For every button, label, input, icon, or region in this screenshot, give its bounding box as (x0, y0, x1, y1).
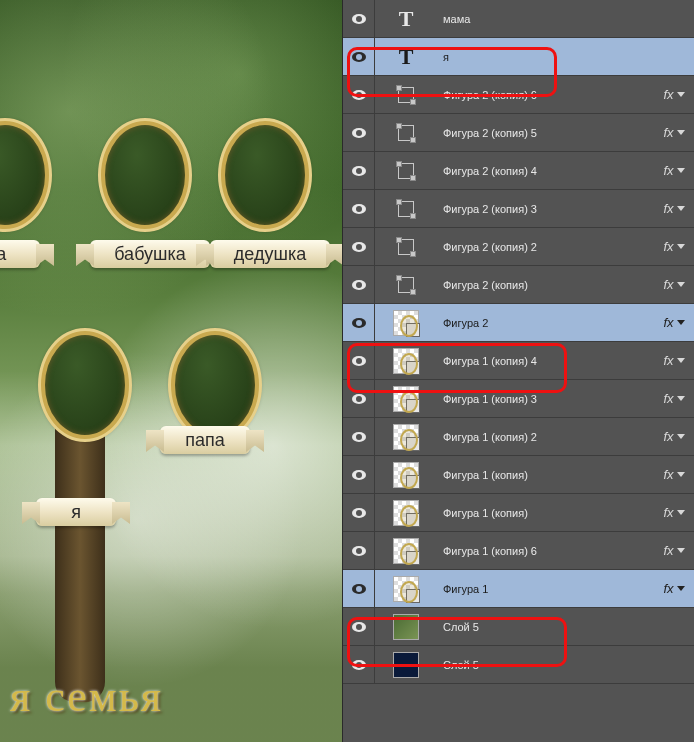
layer-row[interactable]: Фигура 2 (копия) 2fx (343, 228, 694, 266)
layer-thumbnail[interactable] (375, 190, 437, 227)
layer-row[interactable]: Фигура 2 (копия) 3fx (343, 190, 694, 228)
visibility-toggle[interactable] (343, 152, 375, 189)
layer-row[interactable]: Фигура 2 (копия) 5fx (343, 114, 694, 152)
layer-effects-toggle[interactable]: fx (654, 570, 694, 607)
layer-effects-toggle[interactable]: fx (654, 114, 694, 151)
layer-effects-toggle[interactable]: fx (654, 342, 694, 379)
layer-thumbnail[interactable] (375, 532, 437, 569)
layer-effects-toggle[interactable]: fx (654, 418, 694, 455)
layer-row[interactable]: Фигура 1 (копия) 4fx (343, 342, 694, 380)
layer-name[interactable]: Фигура 1 (копия) (437, 507, 654, 519)
layer-row[interactable]: Фигура 1 (копия) 3fx (343, 380, 694, 418)
layer-name[interactable]: Фигура 2 (копия) (437, 279, 654, 291)
visibility-toggle[interactable] (343, 456, 375, 493)
layers-panel[interactable]: TмамаTяФигура 2 (копия) 6fxФигура 2 (коп… (342, 0, 694, 742)
layer-effects-toggle[interactable]: fx (654, 456, 694, 493)
layer-thumbnail[interactable] (375, 76, 437, 113)
layer-name[interactable]: Фигура 2 (копия) 5 (437, 127, 654, 139)
layer-effects-toggle[interactable]: fx (654, 76, 694, 113)
shape-thumbnail-icon (393, 310, 419, 336)
eye-icon (352, 242, 366, 252)
visibility-toggle[interactable] (343, 0, 375, 37)
visibility-toggle[interactable] (343, 266, 375, 303)
layer-row[interactable]: Фигура 2 (копия) 6fx (343, 76, 694, 114)
layer-row[interactable]: Tмама (343, 0, 694, 38)
layer-name[interactable]: Фигура 1 (копия) 4 (437, 355, 654, 367)
visibility-toggle[interactable] (343, 380, 375, 417)
layer-thumbnail[interactable] (375, 266, 437, 303)
visibility-toggle[interactable] (343, 646, 375, 683)
visibility-toggle[interactable] (343, 76, 375, 113)
layer-thumbnail[interactable] (375, 608, 437, 645)
layer-name[interactable]: Фигура 2 (копия) 2 (437, 241, 654, 253)
layer-thumbnail[interactable]: T (375, 38, 437, 75)
visibility-toggle[interactable] (343, 494, 375, 531)
layer-thumbnail[interactable] (375, 342, 437, 379)
document-canvas[interactable]: шка бабушка дедушка папа я я семья (0, 0, 342, 742)
layer-effects-toggle[interactable]: fx (654, 380, 694, 417)
layer-name[interactable]: Фигура 1 (копия) 3 (437, 393, 654, 405)
layer-row[interactable]: Фигура 1 (копия) 6fx (343, 532, 694, 570)
layer-row[interactable]: Фигура 2 (копия) 4fx (343, 152, 694, 190)
layer-effects-toggle[interactable]: fx (654, 152, 694, 189)
layer-effects-toggle[interactable]: fx (654, 190, 694, 227)
layer-thumbnail[interactable] (375, 646, 437, 683)
layer-row[interactable]: Слой 5 (343, 608, 694, 646)
layer-name[interactable]: Фигура 1 (копия) 6 (437, 545, 654, 557)
visibility-toggle[interactable] (343, 114, 375, 151)
layer-thumbnail[interactable] (375, 152, 437, 189)
layer-row[interactable]: Фигура 1 (копия)fx (343, 456, 694, 494)
fx-icon: fx (663, 201, 673, 216)
layer-name[interactable]: Фигура 1 (копия) 2 (437, 431, 654, 443)
layer-name[interactable]: Фигура 1 (437, 583, 654, 595)
layer-name[interactable]: Фигура 2 (437, 317, 654, 329)
layer-name[interactable]: Фигура 2 (копия) 4 (437, 165, 654, 177)
layer-row[interactable]: Фигура 1 (копия) 2fx (343, 418, 694, 456)
layer-effects-toggle[interactable]: fx (654, 266, 694, 303)
eye-icon (352, 166, 366, 176)
shape-layer-icon (398, 277, 414, 293)
visibility-toggle[interactable] (343, 608, 375, 645)
layer-row[interactable]: Фигура 1 (копия)fx (343, 494, 694, 532)
layer-effects-toggle[interactable]: fx (654, 532, 694, 569)
label-ribbon: бабушка (90, 240, 210, 268)
visibility-toggle[interactable] (343, 228, 375, 265)
layer-row[interactable]: Фигура 2 (копия)fx (343, 266, 694, 304)
visibility-toggle[interactable] (343, 570, 375, 607)
layer-thumbnail[interactable] (375, 494, 437, 531)
layer-row[interactable]: Слой 5 (343, 646, 694, 684)
eye-icon (352, 280, 366, 290)
visibility-toggle[interactable] (343, 190, 375, 227)
layer-thumbnail[interactable] (375, 114, 437, 151)
visibility-toggle[interactable] (343, 304, 375, 341)
layer-row[interactable]: Tя (343, 38, 694, 76)
layer-thumbnail[interactable] (375, 228, 437, 265)
visibility-toggle[interactable] (343, 38, 375, 75)
layer-name[interactable]: я (437, 51, 694, 63)
layer-thumbnail[interactable] (375, 304, 437, 341)
layer-row[interactable]: Фигура 1fx (343, 570, 694, 608)
layer-row[interactable]: Фигура 2fx (343, 304, 694, 342)
layer-effects-toggle[interactable]: fx (654, 228, 694, 265)
layer-thumbnail[interactable] (375, 456, 437, 493)
layer-thumbnail[interactable] (375, 380, 437, 417)
fx-icon: fx (663, 277, 673, 292)
layer-effects-toggle[interactable]: fx (654, 494, 694, 531)
pixel-thumbnail-icon (393, 652, 419, 678)
layer-thumbnail[interactable] (375, 570, 437, 607)
layer-name[interactable]: Фигура 1 (копия) (437, 469, 654, 481)
visibility-toggle[interactable] (343, 418, 375, 455)
layer-name[interactable]: Слой 5 (437, 621, 694, 633)
layer-effects-toggle[interactable]: fx (654, 304, 694, 341)
layer-name[interactable]: Фигура 2 (копия) 6 (437, 89, 654, 101)
visibility-toggle[interactable] (343, 342, 375, 379)
layer-name[interactable]: мама (437, 13, 694, 25)
layer-thumbnail[interactable]: T (375, 0, 437, 37)
layer-thumbnail[interactable] (375, 418, 437, 455)
visibility-toggle[interactable] (343, 532, 375, 569)
shape-layer-icon (398, 239, 414, 255)
layer-name[interactable]: Слой 5 (437, 659, 694, 671)
eye-icon (352, 394, 366, 404)
eye-icon (352, 584, 366, 594)
layer-name[interactable]: Фигура 2 (копия) 3 (437, 203, 654, 215)
